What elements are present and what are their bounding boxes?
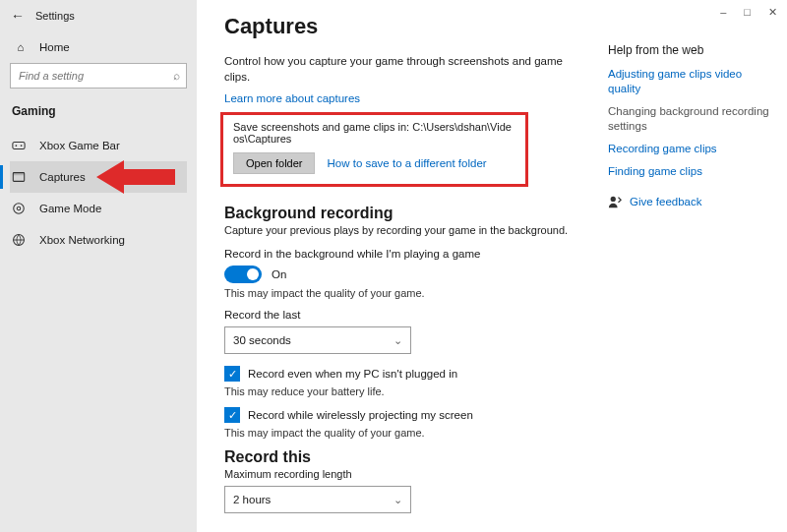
sidebar-item-xbox-networking[interactable]: Xbox Networking: [10, 224, 187, 256]
sidebar-item-captures[interactable]: Captures: [10, 161, 187, 193]
intro-text: Control how you capture your game throug…: [224, 53, 588, 85]
bg-toggle-label: Record in the background while I'm playi…: [224, 248, 608, 260]
svg-point-7: [17, 207, 21, 210]
nav-label: Captures: [39, 171, 86, 183]
home-label: Home: [39, 41, 70, 53]
svg-point-2: [21, 145, 23, 147]
maximize-icon[interactable]: □: [744, 6, 751, 19]
checkbox-plugged-label: Record even when my PC isn't plugged in: [248, 368, 457, 380]
game-mode-icon: [12, 202, 30, 215]
svg-rect-4: [13, 173, 24, 176]
help-link-finding[interactable]: Finding game clips: [608, 164, 775, 179]
close-icon[interactable]: ✕: [768, 6, 777, 19]
bg-impact-note: This may impact the quality of your game…: [224, 287, 608, 299]
title-row: ← Settings: [10, 8, 187, 24]
feedback-icon: [608, 195, 622, 208]
record-last-select[interactable]: 30 seconds ⌄: [224, 326, 411, 354]
checkbox-plugged-note: This may reduce your battery life.: [224, 385, 608, 397]
record-last-value: 30 seconds: [233, 334, 291, 346]
sidebar-item-game-mode[interactable]: Game Mode: [10, 193, 187, 224]
svg-marker-5: [96, 160, 175, 194]
save-path-text: Save screenshots and game clips in: C:\U…: [233, 121, 515, 145]
max-length-select[interactable]: 2 hours ⌄: [224, 486, 411, 513]
nav-label: Game Mode: [39, 203, 101, 214]
section-label: Gaming: [12, 104, 187, 118]
max-length-value: 2 hours: [233, 494, 271, 505]
sidebar-item-xbox-game-bar[interactable]: Xbox Game Bar: [10, 130, 187, 161]
annotation-arrow-icon: [96, 160, 175, 194]
app-title: Settings: [35, 10, 75, 22]
chevron-down-icon: ⌄: [394, 334, 402, 347]
help-panel: Help from the web Adjusting game clips v…: [608, 14, 775, 525]
checkbox-wireless-note: This may impact the quality of your game…: [224, 427, 608, 439]
nav-label: Xbox Game Bar: [39, 140, 120, 151]
learn-more-link[interactable]: Learn more about captures: [224, 92, 608, 104]
svg-point-1: [16, 145, 18, 147]
bg-toggle[interactable]: [224, 266, 262, 283]
give-feedback[interactable]: Give feedback: [608, 195, 775, 208]
xbox-network-icon: [12, 233, 30, 247]
main-content: – □ ✕ Captures Control how you capture y…: [197, 0, 787, 532]
bg-recording-heading: Background recording: [224, 205, 608, 222]
page-title: Captures: [224, 14, 608, 39]
help-link-quality[interactable]: Adjusting game clips video quality: [608, 67, 775, 96]
help-link-change-bg[interactable]: Changing background recording settings: [608, 104, 775, 134]
svg-point-6: [14, 204, 25, 214]
open-folder-button[interactable]: Open folder: [233, 152, 315, 174]
checkbox-wireless-label: Record while wirelessly projecting my sc…: [248, 409, 473, 421]
help-link-recording[interactable]: Recording game clips: [608, 142, 775, 156]
record-last-label: Record the last: [224, 309, 608, 321]
annotation-highlight-box: Save screenshots and game clips in: C:\U…: [220, 112, 528, 187]
settings-sidebar: ← Settings ⌂ Home ⌕ Gaming Xbox Game Bar…: [0, 0, 197, 532]
nav-label: Xbox Networking: [39, 234, 125, 246]
minimize-icon[interactable]: –: [720, 6, 726, 19]
bg-toggle-state: On: [272, 268, 286, 280]
help-title: Help from the web: [608, 43, 775, 57]
captures-icon: [12, 170, 30, 184]
search-icon: ⌕: [173, 69, 180, 83]
back-icon[interactable]: ←: [10, 8, 26, 24]
home-icon: ⌂: [12, 41, 30, 53]
home-nav[interactable]: ⌂ Home: [12, 41, 187, 53]
svg-point-9: [611, 196, 616, 201]
search-box[interactable]: ⌕: [10, 63, 187, 89]
xbox-icon: [12, 139, 30, 152]
give-feedback-label: Give feedback: [630, 196, 702, 207]
bg-recording-sub: Capture your previous plays by recording…: [224, 224, 608, 236]
search-input[interactable]: [17, 69, 173, 83]
checkbox-plugged[interactable]: ✓: [224, 366, 240, 382]
chevron-down-icon: ⌄: [394, 494, 402, 506]
svg-rect-0: [13, 143, 25, 149]
checkbox-wireless[interactable]: ✓: [224, 407, 240, 423]
max-length-label: Maximum recording length: [224, 468, 608, 480]
diff-folder-link[interactable]: How to save to a different folder: [327, 157, 486, 169]
window-controls: – □ ✕: [720, 6, 777, 19]
record-this-heading: Record this: [224, 448, 608, 466]
